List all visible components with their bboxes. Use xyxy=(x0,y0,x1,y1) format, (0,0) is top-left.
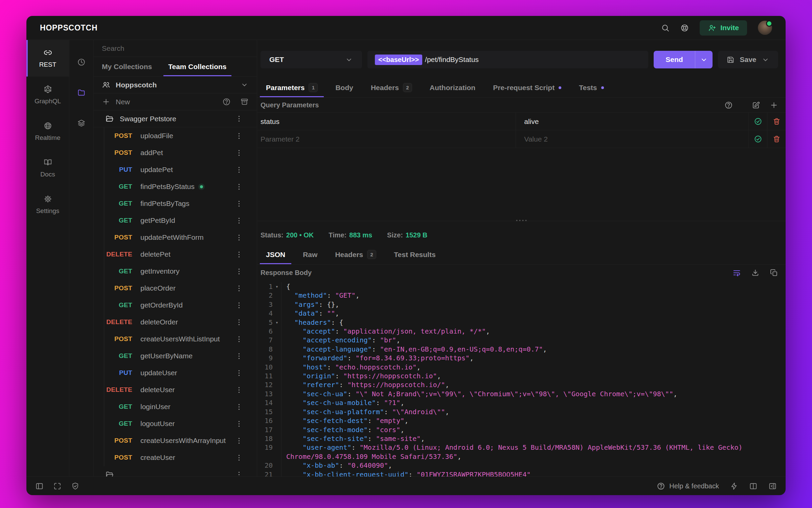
support-icon[interactable] xyxy=(680,24,689,32)
kebab-menu-icon[interactable] xyxy=(235,386,243,394)
response-tab-headers[interactable]: Headers 2 xyxy=(326,245,385,264)
collection-item-partial[interactable] xyxy=(94,466,257,477)
kebab-menu-icon[interactable] xyxy=(235,132,243,140)
send-options-chevron-icon[interactable] xyxy=(695,51,713,68)
request-item-getPetById[interactable]: GET getPetById xyxy=(94,212,257,229)
kebab-menu-icon[interactable] xyxy=(235,318,243,326)
tab-parameters[interactable]: Parameters 1 xyxy=(257,78,326,97)
tab-authorization[interactable]: Authorization xyxy=(421,78,484,97)
kebab-menu-icon[interactable] xyxy=(235,284,243,293)
kebab-menu-icon[interactable] xyxy=(235,403,243,411)
tab-team-collections[interactable]: Team Collections xyxy=(160,57,234,76)
response-tab-raw[interactable]: Raw xyxy=(294,245,326,264)
sidebar-item-settings[interactable]: Settings xyxy=(26,186,69,223)
kebab-menu-icon[interactable] xyxy=(235,369,243,377)
expand-icon[interactable] xyxy=(53,482,62,490)
request-item-createUsersWithListInput[interactable]: POST createUsersWithListInput xyxy=(94,331,257,347)
param-active-toggle[interactable] xyxy=(749,130,767,148)
tab-body[interactable]: Body xyxy=(326,78,362,97)
tab-tests[interactable]: Tests xyxy=(570,78,612,97)
pane-splitter[interactable] xyxy=(257,221,786,225)
param-key-input[interactable]: Parameter 2 xyxy=(257,130,516,148)
response-tab-json[interactable]: JSON xyxy=(257,245,294,264)
request-item-getOrderById[interactable]: GET getOrderById xyxy=(94,297,257,314)
kebab-menu-icon[interactable] xyxy=(235,149,243,157)
fold-toggle-icon[interactable]: ▾ xyxy=(273,318,281,327)
kebab-menu-icon[interactable] xyxy=(235,453,243,462)
request-item-deleteOrder[interactable]: DELETE deleteOrder xyxy=(94,314,257,331)
request-item-getInventory[interactable]: GET getInventory xyxy=(94,263,257,280)
request-item-deletePet[interactable]: DELETE deletePet xyxy=(94,246,257,263)
request-item-uploadFile[interactable]: POST uploadFile xyxy=(94,127,257,144)
param-delete-button[interactable] xyxy=(767,130,786,148)
toggle-sidebar-icon[interactable] xyxy=(35,482,44,490)
sidebar-item-graphql[interactable]: GraphQL xyxy=(26,77,69,113)
request-item-updateUser[interactable]: PUT updateUser xyxy=(94,364,257,381)
kebab-menu-icon[interactable] xyxy=(235,183,243,191)
tab-my-collections[interactable]: My Collections xyxy=(94,57,160,76)
search-input[interactable] xyxy=(102,44,249,52)
tab-pre-request-script[interactable]: Pre-request Script xyxy=(484,78,570,97)
request-item-placeOrder[interactable]: POST placeOrder xyxy=(94,280,257,297)
shield-check-icon[interactable] xyxy=(71,482,80,490)
shortcuts-bolt-icon[interactable] xyxy=(730,482,738,490)
request-item-createUser[interactable]: POST createUser xyxy=(94,449,257,466)
bulk-edit-icon[interactable] xyxy=(752,101,760,109)
download-icon[interactable] xyxy=(751,269,760,277)
url-input[interactable]: <<baseUrl>> /pet/findByStatus xyxy=(367,51,648,68)
kebab-menu-icon[interactable] xyxy=(235,470,243,477)
request-item-loginUser[interactable]: GET loginUser xyxy=(94,398,257,415)
search-icon[interactable] xyxy=(661,24,670,32)
copy-icon[interactable] xyxy=(770,269,778,277)
add-param-icon[interactable] xyxy=(770,101,778,109)
send-button[interactable]: Send xyxy=(654,51,713,68)
request-item-updatePetWithForm[interactable]: POST updatePetWithForm xyxy=(94,229,257,246)
response-body-editor[interactable]: 1 ▾ { 2 "method": "GET", 3 "args": {}, 4… xyxy=(257,281,786,477)
plus-icon[interactable] xyxy=(102,98,110,106)
kebab-menu-icon[interactable] xyxy=(235,216,243,225)
request-item-logoutUser[interactable]: GET logoutUser xyxy=(94,415,257,432)
param-value-input[interactable]: alive xyxy=(516,113,748,130)
invite-button[interactable]: Invite xyxy=(700,20,747,36)
fold-toggle-icon[interactable]: ▾ xyxy=(273,282,281,291)
tab-headers[interactable]: Headers 2 xyxy=(362,78,421,97)
kebab-menu-icon[interactable] xyxy=(235,166,243,174)
kebab-menu-icon[interactable] xyxy=(235,301,243,310)
sidebar-item-rest[interactable]: REST xyxy=(26,40,69,77)
request-item-findPetsByStatus[interactable]: GET findPetsByStatus xyxy=(94,178,257,195)
help-feedback-button[interactable]: Help & feedback xyxy=(657,482,719,490)
response-tab-test-results[interactable]: Test Results xyxy=(385,245,444,264)
collection-swagger-petstore[interactable]: Swagger Petstore xyxy=(94,110,257,127)
mini-nav-collections[interactable] xyxy=(77,77,86,108)
kebab-menu-icon[interactable] xyxy=(235,114,243,123)
param-delete-button[interactable] xyxy=(767,113,786,130)
kebab-menu-icon[interactable] xyxy=(235,437,243,445)
columns-layout-icon[interactable] xyxy=(749,482,758,490)
team-selector[interactable]: Hoppscotch xyxy=(94,77,257,93)
kebab-menu-icon[interactable] xyxy=(235,250,243,259)
method-select[interactable]: GET xyxy=(261,51,362,68)
archive-icon[interactable] xyxy=(240,98,249,106)
sidebar-item-docs[interactable]: Docs xyxy=(26,150,69,186)
param-key-input[interactable]: status xyxy=(257,113,516,130)
mini-nav-history[interactable] xyxy=(77,47,86,77)
param-active-toggle[interactable] xyxy=(749,113,767,130)
kebab-menu-icon[interactable] xyxy=(235,233,243,242)
mini-nav-environments[interactable] xyxy=(77,108,86,138)
param-value-input[interactable]: Value 2 xyxy=(516,130,748,148)
kebab-menu-icon[interactable] xyxy=(235,335,243,343)
request-item-getUserByName[interactable]: GET getUserByName xyxy=(94,347,257,364)
new-label[interactable]: New xyxy=(116,98,130,106)
save-button[interactable]: Save xyxy=(718,51,778,68)
kebab-menu-icon[interactable] xyxy=(235,352,243,360)
kebab-menu-icon[interactable] xyxy=(235,267,243,276)
env-variable-chip[interactable]: <<baseUrl>> xyxy=(375,55,422,65)
kebab-menu-icon[interactable] xyxy=(235,199,243,208)
request-item-addPet[interactable]: POST addPet xyxy=(94,144,257,161)
sidebar-item-realtime[interactable]: Realtime xyxy=(26,113,69,150)
wrap-lines-icon[interactable] xyxy=(732,269,741,277)
collapse-right-panel-icon[interactable] xyxy=(768,482,777,490)
kebab-menu-icon[interactable] xyxy=(235,420,243,428)
help-circle-icon[interactable] xyxy=(724,101,733,109)
request-item-updatePet[interactable]: PUT updatePet xyxy=(94,161,257,178)
